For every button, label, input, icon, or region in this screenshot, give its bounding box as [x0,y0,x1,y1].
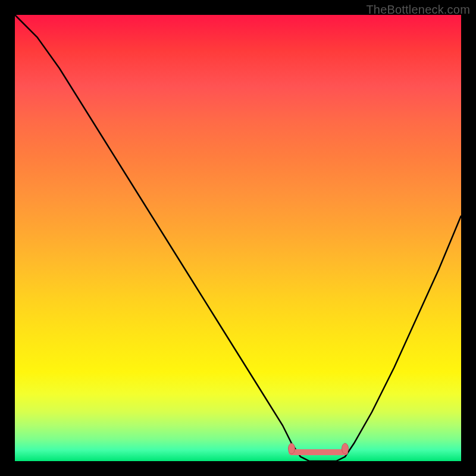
plot-area [15,15,461,461]
bottleneck-curve [15,15,461,461]
svg-point-2 [342,443,349,454]
watermark-text: TheBottleneck.com [366,3,470,17]
chart-svg [15,15,461,461]
optimal-range-marker [289,443,349,454]
svg-point-1 [289,443,295,454]
chart-container: TheBottleneck.com [0,0,476,476]
